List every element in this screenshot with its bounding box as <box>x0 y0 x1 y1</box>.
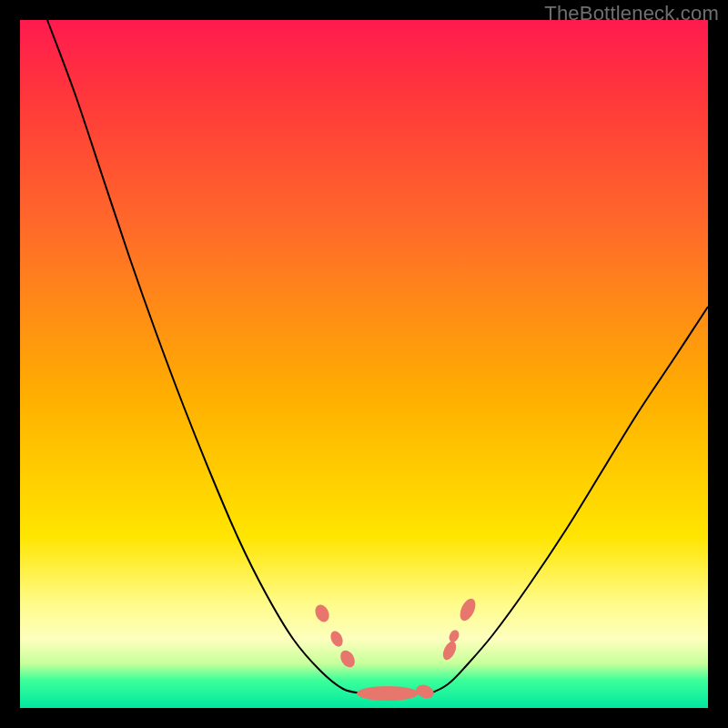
marker-point-1 <box>329 629 345 648</box>
marker-point-3 <box>357 686 419 701</box>
marker-point-4 <box>414 682 436 701</box>
chart-plot-area <box>20 20 708 708</box>
series-right-curve <box>420 307 708 694</box>
chart-lines <box>47 20 708 694</box>
marker-point-5 <box>440 639 459 662</box>
marker-point-6 <box>448 629 461 644</box>
marker-point-2 <box>338 648 358 670</box>
marker-point-7 <box>457 596 479 622</box>
marker-point-0 <box>312 602 331 624</box>
watermark-text: TheBottleneck.com <box>544 2 719 25</box>
chart-svg <box>20 20 708 708</box>
series-left-curve <box>47 20 362 693</box>
